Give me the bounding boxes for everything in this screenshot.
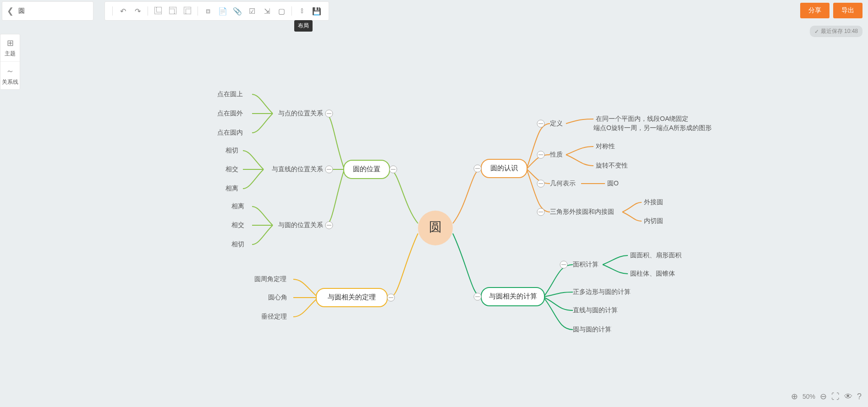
sub-geom[interactable]: 几何表示 (550, 179, 576, 187)
sub-property[interactable]: 性质 (549, 151, 563, 158)
document-title: 圆 (18, 7, 25, 15)
top-right-actions: 分享 导出 (800, 3, 863, 18)
leaf-poly[interactable]: 正多边形与圆的计算 (573, 288, 631, 295)
branch-position-label: 圆的位置 (353, 165, 380, 173)
note-icon[interactable]: 📄 (216, 5, 229, 17)
sub-circle[interactable]: 与圆的位置关系 (278, 221, 323, 228)
eye-icon[interactable]: 👁 (844, 392, 852, 402)
zoom-out-icon[interactable]: ⊖ (820, 391, 827, 402)
leaf-area1[interactable]: 圆面积、扇形面积 (630, 251, 681, 259)
toolbar-separator (148, 6, 148, 16)
leaf-t2[interactable]: 圆心角 (268, 293, 287, 301)
add-child-icon[interactable]: ⿹ (166, 5, 179, 17)
layout-icon[interactable]: ⇲ (260, 5, 273, 17)
toolbar-separator (291, 6, 292, 16)
toolbar-separator (198, 6, 198, 16)
text-box-icon[interactable]: ⧈ (202, 5, 214, 17)
help-icon[interactable]: ? (857, 392, 862, 402)
title-box: ❮ 圆 (2, 1, 93, 21)
leaf-cr2[interactable]: 相交 (231, 221, 244, 228)
frame-icon[interactable]: ▢ (275, 5, 288, 17)
sub-line[interactable]: 与直线的位置关系 (272, 165, 323, 173)
branch-recognize-label: 圆的认识 (490, 164, 518, 172)
share-button[interactable]: 分享 (800, 3, 830, 18)
leaf-pt1[interactable]: 点在圆上 (217, 90, 243, 98)
sub-area[interactable]: 面积计算 (573, 260, 599, 268)
mindmap-canvas[interactable]: 圆 圆的认识 定义 在同一个平面内，线段OA绕固定 端点O旋转一周，另一端点A所… (0, 22, 868, 407)
leaf-t1[interactable]: 圆周角定理 (254, 275, 286, 282)
sub-triangle[interactable]: 三角形外接圆和内接圆 (550, 208, 614, 215)
leaf-ln2[interactable]: 相交 (225, 165, 238, 173)
leaf-geom1[interactable]: 圆O (607, 179, 619, 187)
leaf-ln1[interactable]: 相切 (225, 147, 238, 154)
main-toolbar: ↶ ↷ ⿺ ⿹ ⿸ ⧈ 📄 📎 ☑ ⇲ ▢ ⩉ 💾 (104, 1, 329, 21)
task-icon[interactable]: ☑ (246, 5, 258, 17)
leaf-linec[interactable]: 直线与圆的计算 (573, 306, 618, 314)
sub-definition[interactable]: 定义 (550, 119, 563, 127)
undo-icon[interactable]: ↶ (116, 5, 129, 17)
leaf-area2[interactable]: 圆柱体、圆锥体 (630, 270, 675, 277)
add-parent-icon[interactable]: ⿸ (181, 5, 194, 17)
save-icon[interactable]: 💾 (310, 5, 323, 17)
leaf-def-desc2[interactable]: 端点O旋转一周，另一端点A所形成的图形 (593, 124, 712, 131)
leaf-pt3[interactable]: 点在圆内 (217, 129, 243, 136)
leaf-cr1[interactable]: 相离 (231, 202, 244, 210)
top-toolbar: ❮ 圆 ↶ ↷ ⿺ ⿹ ⿸ ⧈ 📄 📎 ☑ ⇲ ▢ ⩉ 💾 (0, 0, 868, 22)
leaf-def-desc1[interactable]: 在同一个平面内，线段OA绕固定 (596, 115, 688, 122)
sub-point[interactable]: 与点的位置关系 (278, 109, 323, 117)
zoom-in-icon[interactable]: ⊕ (791, 391, 798, 402)
leaf-pt2[interactable]: 点在圆外 (217, 109, 243, 117)
zoom-level-label: 50% (802, 393, 815, 400)
leaf-cr3[interactable]: 相切 (231, 240, 244, 248)
attachment-icon[interactable]: 📎 (231, 5, 244, 17)
fit-screen-icon[interactable]: ⛶ (831, 392, 840, 402)
branch-theorem-label: 与圆相关的定理 (328, 293, 376, 301)
toolbar-separator (112, 6, 113, 16)
back-chevron-icon[interactable]: ❮ (7, 6, 14, 16)
leaf-ln3[interactable]: 相离 (225, 185, 238, 192)
branch-calc-label: 与圆相关的计算 (489, 292, 537, 300)
leaf-t3[interactable]: 垂径定理 (261, 313, 287, 320)
export-button[interactable]: 导出 (833, 3, 863, 18)
add-sibling-icon[interactable]: ⿺ (152, 5, 165, 17)
leaf-prop1[interactable]: 对称性 (596, 142, 615, 150)
collaboration-icon[interactable]: ⩉ (296, 5, 308, 17)
leaf-tri1[interactable]: 外接圆 (644, 198, 663, 206)
bottom-toolbar: ⊕ 50% ⊖ ⛶ 👁 ? (791, 391, 862, 402)
leaf-tri2[interactable]: 内切圆 (644, 217, 663, 224)
leaf-prop2[interactable]: 旋转不变性 (596, 162, 628, 169)
redo-icon[interactable]: ↷ (131, 5, 144, 17)
center-label: 圆 (429, 220, 442, 234)
leaf-cc[interactable]: 圆与圆的计算 (573, 326, 611, 333)
